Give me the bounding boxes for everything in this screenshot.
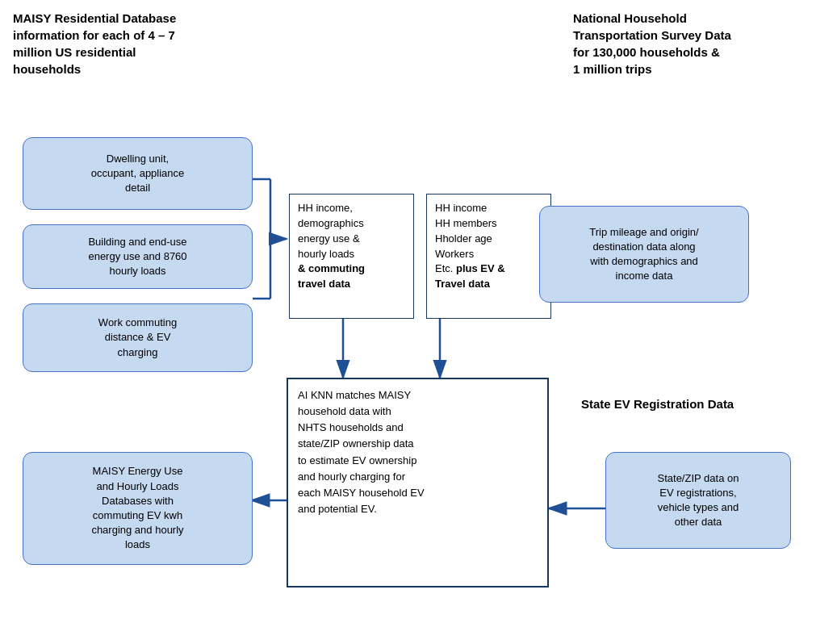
box-dwelling-text: Dwelling unit, occupant, appliance detai… [91, 152, 185, 196]
box-hh1-text: HH income,demographicsenergy use &hourly… [298, 202, 365, 290]
box-hh1: HH income,demographicsenergy use &hourly… [289, 194, 414, 319]
box-state-zip: State/ZIP data on EV registrations, vehi… [605, 452, 791, 549]
box-dwelling: Dwelling unit, occupant, appliance detai… [23, 137, 253, 210]
box-trip-text: Trip mileage and origin/ destination dat… [589, 225, 698, 284]
title-left: MAISY Residential Database information f… [13, 10, 295, 77]
box-hh2: HH incomeHH membersHholder ageWorkersEtc… [426, 194, 551, 319]
label-state-ev: State EV Registration Data [581, 395, 807, 412]
box-trip: Trip mileage and origin/ destination dat… [539, 206, 749, 303]
box-commuting: Work commuting distance & EV charging [23, 303, 253, 372]
box-maisy-output: MAISY Energy Use and Hourly Loads Databa… [23, 452, 253, 565]
box-maisy-output-text: MAISY Energy Use and Hourly Loads Databa… [91, 464, 183, 552]
box-building-text: Building and end-use energy use and 8760… [88, 235, 186, 279]
box-hh2-text: HH incomeHH membersHholder ageWorkersEtc… [435, 202, 505, 290]
box-ai-knn: AI KNN matches MAISY household data with… [287, 378, 549, 588]
box-building: Building and end-use energy use and 8760… [23, 224, 253, 289]
diagram-container: MAISY Residential Database information f… [0, 0, 837, 644]
box-ai-knn-text: AI KNN matches MAISY household data with… [298, 389, 425, 515]
box-commuting-text: Work commuting distance & EV charging [98, 316, 177, 360]
title-right: National Household Transportation Survey… [573, 10, 815, 77]
box-state-zip-text: State/ZIP data on EV registrations, vehi… [658, 471, 739, 530]
